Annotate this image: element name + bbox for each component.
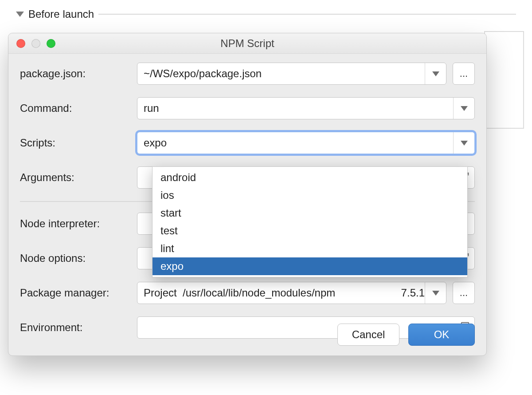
label-environment: Environment: <box>20 321 131 334</box>
scripts-value: expo <box>144 137 453 149</box>
background-panel <box>484 31 524 129</box>
label-node-interpreter: Node interpreter: <box>20 217 131 230</box>
dialog-footer: Cancel OK <box>337 324 475 346</box>
package-json-value: ~/WS/expo/package.json <box>144 67 425 80</box>
scripts-option[interactable]: android <box>153 169 467 186</box>
command-value: run <box>144 102 453 115</box>
scripts-option[interactable]: lint <box>153 240 467 257</box>
label-scripts: Scripts: <box>20 137 131 149</box>
disclosure-triangle-icon <box>16 12 24 17</box>
dialog-title: NPM Script <box>220 37 274 50</box>
row-command: Command: run <box>20 97 475 119</box>
label-package-json: package.json: <box>20 67 131 80</box>
chevron-down-icon[interactable] <box>425 63 446 84</box>
row-package-manager: Package manager: Project /usr/local/lib/… <box>20 282 475 304</box>
before-launch-section-header[interactable]: Before launch <box>0 0 532 20</box>
scripts-dropdown-popup[interactable]: androidiosstarttestlintexpo <box>152 166 468 277</box>
label-command: Command: <box>20 102 131 115</box>
cancel-button[interactable]: Cancel <box>337 324 399 346</box>
window-close-button[interactable] <box>16 39 25 48</box>
package-manager-version: 7.5.1 <box>401 287 425 299</box>
dialog-titlebar: NPM Script <box>8 33 486 54</box>
scripts-option[interactable]: expo <box>153 257 467 275</box>
ok-button[interactable]: OK <box>408 324 475 346</box>
scripts-option[interactable]: ios <box>153 186 467 204</box>
label-package-manager: Package manager: <box>20 287 131 299</box>
row-scripts: Scripts: expo <box>20 132 475 154</box>
npm-script-dialog: NPM Script package.json: ~/WS/expo/packa… <box>8 33 487 356</box>
scripts-option[interactable]: start <box>153 204 467 222</box>
label-node-options: Node options: <box>20 252 131 265</box>
window-controls <box>16 39 55 48</box>
package-manager-select[interactable]: Project /usr/local/lib/node_modules/npm … <box>137 282 446 304</box>
chevron-down-icon[interactable] <box>453 132 474 154</box>
package-manager-browse-button[interactable]: ... <box>453 282 475 304</box>
before-launch-title: Before launch <box>28 8 94 20</box>
scripts-select[interactable]: expo <box>137 132 475 154</box>
window-minimize-button[interactable] <box>31 39 40 48</box>
package-json-browse-button[interactable]: ... <box>453 63 475 85</box>
scripts-option[interactable]: test <box>153 222 467 240</box>
package-json-select[interactable]: ~/WS/expo/package.json <box>137 63 446 85</box>
chevron-down-icon[interactable] <box>425 282 446 304</box>
label-arguments: Arguments: <box>20 171 131 184</box>
command-select[interactable]: run <box>137 97 475 119</box>
package-manager-value: Project /usr/local/lib/node_modules/npm <box>144 287 401 299</box>
window-zoom-button[interactable] <box>47 39 55 48</box>
chevron-down-icon[interactable] <box>453 98 474 119</box>
section-divider <box>98 14 516 15</box>
row-package-json: package.json: ~/WS/expo/package.json ... <box>20 63 475 85</box>
